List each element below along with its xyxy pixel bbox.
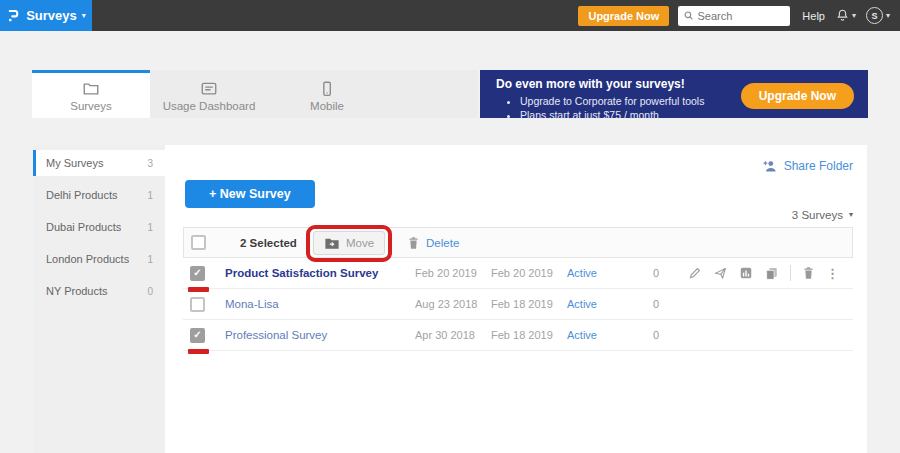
main-area: My Surveys 3 Delhi Products 1 Dubai Prod… [33,145,867,453]
search-input[interactable] [698,10,786,22]
row-delete-button[interactable] [802,266,815,280]
bar-chart-icon [739,266,753,280]
mobile-icon [318,80,336,98]
survey-count-label: 3 Surveys [792,209,843,221]
topbar-actions: Upgrade Now Help ▾ S ▾ [578,6,900,26]
survey-title-link[interactable]: Professional Survey [217,329,407,341]
created-date: Feb 20 2019 [407,267,483,279]
new-survey-button[interactable]: + New Survey [185,180,315,208]
sidebar-item-london-products[interactable]: London Products 1 [33,246,165,272]
surveys-table: ✓ 2 Selected Move Delete [183,227,853,351]
search-box[interactable] [678,6,790,26]
responses-count: 0 [635,329,683,341]
folder-count: 0 [147,286,153,297]
row-checkbox-wrap: ✓ [190,297,205,312]
product-switcher[interactable]: Surveys ▾ [0,0,92,31]
share-folder-link[interactable]: Share Folder [784,159,853,173]
tabs: Surveys Usage Dashboard Mobile [32,70,478,118]
responses-count: 0 [635,298,683,310]
tab-label: Surveys [70,100,112,112]
row-checkbox[interactable]: ✓ [190,266,205,281]
status-link[interactable]: Active [559,329,635,341]
folder-count: 1 [147,222,153,233]
avatar: S [866,7,883,24]
folders-sidebar: My Surveys 3 Delhi Products 1 Dubai Prod… [33,145,165,453]
row-actions: ⋮ [683,265,853,281]
proprofs-logo-icon [6,8,21,23]
send-button[interactable] [713,266,728,280]
divider [790,265,791,281]
sidebar-item-dubai-products[interactable]: Dubai Products 1 [33,214,165,240]
modified-date: Feb 18 2019 [483,298,559,310]
folder-count: 3 [147,158,153,169]
notifications-menu[interactable]: ▾ [835,8,856,23]
sidebar-item-ny-products[interactable]: NY Products 0 [33,278,165,304]
top-bar: Surveys ▾ Upgrade Now Help ▾ S ▾ [0,0,900,31]
tab-strip: Surveys Usage Dashboard Mobile Do even m… [32,70,868,118]
bell-icon [835,8,850,23]
banner-upgrade-button[interactable]: Upgrade Now [741,83,854,109]
check-icon: ✓ [193,330,201,340]
edit-button[interactable] [688,266,702,280]
dashboard-icon [200,80,218,98]
search-icon [683,9,694,22]
upgrade-banner: Do even more with your surveys! Upgrade … [480,70,868,118]
sidebar-item-my-surveys[interactable]: My Surveys 3 [33,150,165,176]
trash-icon [802,266,815,280]
help-link[interactable]: Help [802,10,825,22]
row-checkbox[interactable]: ✓ [190,297,205,312]
banner-bullet: Plans start at just $75 / month [520,108,868,122]
folder-count: 1 [147,254,153,265]
account-menu[interactable]: S ▾ [866,7,890,24]
paper-plane-icon [713,266,728,280]
survey-row: ✓ Mona-Lisa Aug 23 2018 Feb 18 2019 Acti… [183,289,853,320]
survey-row: ✓ Product Satisfaction Survey Feb 20 201… [183,258,853,289]
select-all-wrap: ✓ [191,235,206,250]
status-link[interactable]: Active [559,298,635,310]
created-date: Apr 30 2018 [407,329,483,341]
status-link[interactable]: Active [559,267,635,279]
survey-title-link[interactable]: Product Satisfaction Survey [217,267,407,279]
check-icon: ✓ [193,268,201,278]
survey-count-dropdown[interactable]: 3 Surveys ▾ [183,209,853,221]
trash-icon [407,236,420,250]
move-button[interactable]: Move [313,231,385,255]
delete-label: Delete [426,237,459,249]
survey-title-link[interactable]: Mona-Lisa [217,298,407,310]
chevron-down-icon: ▾ [82,12,86,20]
pencil-icon [688,266,702,280]
modified-date: Feb 18 2019 [483,329,559,341]
select-all-checkbox[interactable]: ✓ [191,235,206,250]
row-checkbox-wrap: ✓ [190,266,205,281]
selection-bar: ✓ 2 Selected Move Delete [183,227,853,258]
folder-label: Dubai Products [46,221,121,233]
delete-button[interactable]: Delete [407,236,459,250]
copy-icon [764,266,779,281]
surveys-panel: Share Folder + New Survey 3 Surveys ▾ ✓ … [165,145,867,453]
tab-surveys[interactable]: Surveys [32,70,150,118]
folder-count: 1 [147,190,153,201]
share-folder-icon[interactable] [762,158,778,174]
chevron-down-icon: ▾ [852,12,856,20]
created-date: Aug 23 2018 [407,298,483,310]
surveys-app-page: Surveys ▾ Upgrade Now Help ▾ S ▾ Su [0,0,900,453]
duplicate-button[interactable] [764,266,779,281]
chevron-down-icon: ▾ [849,211,853,219]
folder-icon [82,80,100,98]
tab-usage-dashboard[interactable]: Usage Dashboard [150,70,268,118]
selected-count-label: 2 Selected [240,237,297,249]
responses-count: 0 [635,267,683,279]
sidebar-item-delhi-products[interactable]: Delhi Products 1 [33,182,165,208]
move-folder-icon [324,236,340,250]
modified-date: Feb 20 2019 [483,267,559,279]
folder-label: My Surveys [46,157,103,169]
tab-mobile[interactable]: Mobile [268,70,386,118]
reports-button[interactable] [739,266,753,280]
tab-label: Mobile [310,100,344,112]
upgrade-now-button[interactable]: Upgrade Now [578,6,669,26]
tab-label: Usage Dashboard [163,100,256,112]
chevron-down-icon: ▾ [886,12,890,20]
row-checkbox[interactable]: ✓ [190,328,205,343]
row-checkbox-wrap: ✓ [190,328,205,343]
more-options-button[interactable]: ⋮ [826,266,839,281]
